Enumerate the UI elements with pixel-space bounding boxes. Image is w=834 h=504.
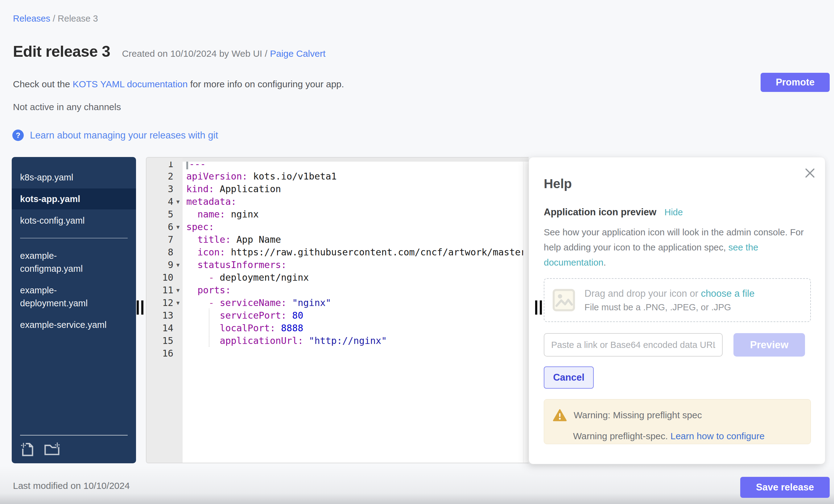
code-line-8[interactable]: 8 icon: https://raw.githubusercontent.co… (147, 246, 529, 259)
code-line-10[interactable]: 10 - deployment/nginx (147, 271, 529, 284)
choose-file-link[interactable]: choose a file (701, 288, 754, 299)
icon-preview-section: Application icon preview Hide (544, 207, 683, 218)
fold-arrow-icon[interactable]: ▾ (173, 299, 182, 307)
code-line-15[interactable]: 15 applicationUrl: "http://nginx" (147, 334, 529, 347)
help-description: See how your application icon will look … (544, 224, 807, 270)
docs-line-post: for more info on configuring your app. (188, 79, 344, 89)
line-number: 3 (147, 182, 182, 195)
created-text: Created on 10/10/2024 by Web UI / (122, 48, 270, 59)
code-line-2[interactable]: 2apiVersion: kots.io/v1beta1 (147, 170, 529, 182)
promote-button[interactable]: Promote (761, 73, 830, 92)
file-item-kots-app.yaml[interactable]: kots-app.yaml (12, 189, 136, 210)
resize-bar (141, 301, 144, 314)
line-number: 4▾ (147, 195, 182, 208)
icon-url-row: Preview (544, 333, 805, 356)
code-line-4[interactable]: 4▾metadata: (147, 195, 529, 208)
code-content: localPort: 8888 (182, 322, 529, 334)
code-line-1[interactable]: 1--- (147, 162, 529, 170)
code-line-7[interactable]: 7 title: App Name (147, 233, 529, 246)
author-link[interactable]: Paige Calvert (270, 48, 325, 59)
code-content: - serviceName: "nginx" (182, 297, 529, 309)
warning-triangle-icon (553, 409, 567, 422)
line-number: 13 (147, 309, 182, 322)
editor-cursor (186, 162, 188, 169)
code-content: applicationUrl: "http://nginx" (182, 334, 529, 347)
code-line-9[interactable]: 9▾ statusInformers: (147, 259, 529, 271)
help-panel: Help Application icon preview Hide See h… (529, 157, 825, 464)
resize-bar (535, 301, 537, 314)
code-content: spec: (182, 221, 529, 233)
new-file-icon[interactable] (20, 441, 35, 457)
fold-arrow-icon[interactable]: ▾ (173, 287, 182, 294)
section-title: Application icon preview (544, 207, 656, 218)
line-number: 7 (147, 233, 182, 246)
breadcrumb: Releases / Release 3 (13, 14, 98, 24)
line-number: 5 (147, 208, 182, 221)
help-desc-period: . (603, 257, 606, 267)
last-modified: Last modified on 10/10/2024 (13, 481, 130, 491)
code-line-12[interactable]: 12▾ - serviceName: "nginx" (147, 297, 529, 309)
sidebar-resize-handle[interactable] (137, 301, 144, 314)
docs-line: Check out the KOTS YAML documentation fo… (13, 79, 344, 89)
line-number: 6▾ (147, 221, 182, 233)
yaml-code-editor[interactable]: 1---2apiVersion: kots.io/v1beta13kind: A… (146, 157, 529, 463)
code-content: metadata: (182, 195, 529, 208)
file-item-example-deployment.yaml[interactable]: example-deployment.yaml (12, 280, 136, 314)
line-number: 12▾ (147, 297, 182, 309)
hide-link[interactable]: Hide (664, 207, 683, 217)
file-item-example-configmap.yaml[interactable]: example-configmap.yaml (12, 245, 136, 279)
code-content (182, 347, 529, 360)
dropzone-line1: Drag and drop your icon or (585, 288, 701, 299)
file-item-kots-config.yaml[interactable]: kots-config.yaml (12, 210, 136, 231)
line-number: 8 (147, 246, 182, 259)
warning-detail: Warning preflight-spec. Learn how to con… (573, 431, 802, 441)
fold-arrow-icon[interactable]: ▾ (173, 261, 182, 269)
code-line-13[interactable]: 13 servicePort: 80 (147, 309, 529, 322)
code-line-16[interactable]: 16 (147, 347, 529, 360)
code-content: name: nginx (182, 208, 529, 221)
help-panel-resize-handle[interactable] (535, 301, 542, 314)
file-item-k8s-app.yaml[interactable]: k8s-app.yaml (12, 167, 136, 188)
kots-yaml-docs-link[interactable]: KOTS YAML documentation (72, 79, 188, 89)
help-title: Help (544, 176, 572, 191)
docs-line-pre: Check out the (13, 79, 72, 89)
editor-top-strip (147, 158, 529, 162)
line-number: 2 (147, 170, 182, 182)
breadcrumb-current: Release 3 (58, 14, 98, 23)
code-line-5[interactable]: 5 name: nginx (147, 208, 529, 221)
icon-url-input[interactable] (544, 333, 723, 356)
file-item-example-service.yaml[interactable]: example-service.yaml (12, 314, 136, 335)
line-number: 14 (147, 322, 182, 334)
code-line-3[interactable]: 3kind: Application (147, 182, 529, 195)
preflight-warning-box: Warning: Missing preflight spec Warning … (544, 399, 811, 444)
sidebar-footer (20, 435, 128, 457)
line-number: 11▾ (147, 284, 182, 297)
preview-button[interactable]: Preview (733, 333, 805, 356)
save-release-button[interactable]: Save release (740, 477, 830, 498)
breadcrumb-separator: / (50, 14, 58, 23)
git-releases-link[interactable]: Learn about managing your releases with … (30, 130, 218, 141)
code-content: servicePort: 80 (182, 309, 529, 322)
code-line-6[interactable]: 6▾spec: (147, 221, 529, 233)
code-content: icon: https://raw.githubusercontent.com/… (182, 246, 529, 259)
fold-arrow-icon[interactable]: ▾ (173, 198, 182, 205)
file-tree-sidebar: k8s-app.yamlkots-app.yamlkots-config.yam… (12, 157, 136, 463)
channel-status: Not active in any channels (13, 102, 121, 112)
line-number: 1 (147, 162, 182, 170)
cancel-button[interactable]: Cancel (544, 367, 594, 389)
file-list: k8s-app.yamlkots-app.yamlkots-config.yam… (12, 167, 136, 335)
question-circle-icon: ? (12, 130, 24, 141)
line-number: 9▾ (147, 259, 182, 271)
learn-configure-link[interactable]: Learn how to configure (671, 431, 765, 441)
fold-arrow-icon[interactable]: ▾ (173, 223, 182, 231)
help-desc-text: See how your application icon will look … (544, 227, 804, 252)
title-row: Edit release 3 Created on 10/10/2024 by … (13, 43, 325, 61)
code-line-14[interactable]: 14 localPort: 8888 (147, 322, 529, 334)
editor-scrollbar[interactable] (523, 162, 529, 463)
close-icon[interactable] (804, 167, 816, 179)
icon-dropzone[interactable]: Drag and drop your icon or choose a file… (544, 278, 811, 322)
new-folder-icon[interactable] (43, 442, 61, 457)
breadcrumb-releases-link[interactable]: Releases (13, 14, 50, 23)
code-line-11[interactable]: 11▾ ports: (147, 284, 529, 297)
indent-guide (209, 309, 210, 347)
